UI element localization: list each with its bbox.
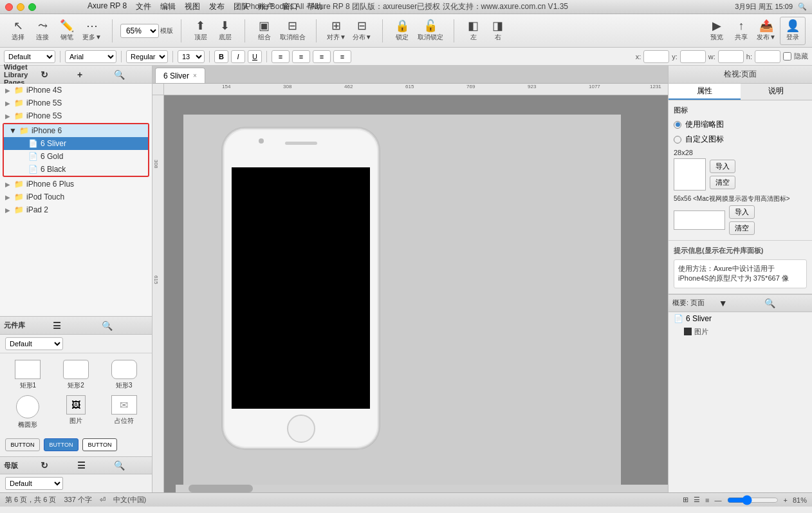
widget-lib-search-icon[interactable]: 🔍 xyxy=(114,70,148,80)
traffic-lights[interactable] xyxy=(5,3,36,11)
close-button[interactable] xyxy=(5,3,13,11)
minimize-button[interactable] xyxy=(17,3,24,11)
menu-file[interactable]: 文件 xyxy=(136,1,151,12)
underline-btn[interactable]: U xyxy=(248,50,262,63)
comp-item-ellipse[interactable]: 椭圆形 xyxy=(6,395,50,429)
ruler-vmark-615: 615 xyxy=(153,275,159,284)
tree-item-iphone5s2[interactable]: ▶ 📁 iPhone 5S xyxy=(0,109,152,122)
comp-item-rect3[interactable]: 矩形3 xyxy=(102,360,145,390)
active-tab[interactable]: 6 Sliver × xyxy=(155,68,205,83)
maximize-button[interactable] xyxy=(28,3,36,11)
radio-custom[interactable] xyxy=(674,136,681,144)
tab-close-icon[interactable]: × xyxy=(193,72,197,79)
x-input[interactable] xyxy=(643,50,669,63)
hide-checkbox[interactable] xyxy=(783,52,791,61)
tree-item-6gold[interactable]: 📄 6 Gold xyxy=(4,150,148,163)
bottom-layer-btn[interactable]: ⬇ 底层 xyxy=(214,19,237,43)
tree-item-iphone4s[interactable]: ▶ 📁 iPhone 4S xyxy=(0,84,152,97)
menu-view[interactable]: 视图 xyxy=(185,1,200,12)
import-56-btn[interactable]: 导入 xyxy=(729,205,755,219)
right-btn[interactable]: ◨ 右 xyxy=(486,19,510,43)
icon-option-thumbnail[interactable]: 使用缩略图 xyxy=(674,119,807,130)
zoom-plus-icon[interactable]: + xyxy=(784,496,788,504)
w-input[interactable] xyxy=(718,50,744,63)
tree-item-6sliver[interactable]: 📄 6 Sliver xyxy=(4,137,148,150)
left-btn[interactable]: ◧ 左 xyxy=(462,19,485,43)
notes-tab[interactable]: 说明 xyxy=(741,84,813,100)
zoom-slider[interactable] xyxy=(727,495,779,505)
align-btn[interactable]: ⊞ 对齐▼ xyxy=(324,19,349,43)
tree-item-iphone6[interactable]: ▼ 📁 iPhone 6 xyxy=(4,124,148,137)
clear-28-btn[interactable]: 清空 xyxy=(710,176,735,189)
top-layer-btn[interactable]: ⬆ 顶层 xyxy=(189,19,212,43)
btn-blue[interactable]: BUTTON xyxy=(44,438,78,451)
align-left-btn[interactable]: ≡ xyxy=(272,50,290,63)
align-center-btn[interactable]: ≡ xyxy=(292,50,310,63)
props-tab[interactable]: 属性 xyxy=(669,84,741,100)
master-bar-search-icon[interactable]: 🔍 xyxy=(114,460,148,471)
tree-item-iphone6plus[interactable]: ▶ 📁 iPhone 6 Plus xyxy=(0,178,152,191)
zoom-selector[interactable]: 65% 100% xyxy=(120,24,159,38)
status-icon-3[interactable]: ≡ xyxy=(705,496,709,504)
comp-lib-menu-icon[interactable]: ☰ xyxy=(53,321,99,331)
comp-item-image[interactable]: 🖼 图片 xyxy=(55,395,98,429)
group-btn[interactable]: ▣ 组合 xyxy=(253,19,276,43)
h-input[interactable] xyxy=(755,50,780,63)
select-tool[interactable]: ↖ 选择 xyxy=(6,19,30,43)
search-icon[interactable]: 🔍 xyxy=(798,3,807,11)
pen-tool[interactable]: ✏️ 钢笔 xyxy=(55,19,78,43)
word-wrap-icon[interactable]: ⏎ xyxy=(100,496,106,504)
widget-lib-add-icon[interactable]: + xyxy=(77,70,111,80)
style-selector[interactable]: Default xyxy=(4,50,55,63)
master-bar-icon1[interactable]: ↻ xyxy=(41,460,75,471)
clear-56-btn[interactable]: 清空 xyxy=(729,221,755,235)
preview-btn[interactable]: ▶ 预览 xyxy=(705,19,728,43)
menu-edit[interactable]: 编辑 xyxy=(160,1,176,12)
btn-outlined[interactable]: BUTTON xyxy=(82,438,117,451)
widget-lib-refresh-icon[interactable]: ↻ xyxy=(41,70,75,80)
comp-item-rect1[interactable]: 矩形1 xyxy=(6,360,50,390)
menu-publish[interactable]: 发布 xyxy=(209,1,225,12)
inspect-tab-label: 检视:页面 xyxy=(724,69,757,80)
font-weight-selector[interactable]: Regular xyxy=(126,50,168,63)
btn-default[interactable]: BUTTON xyxy=(5,438,40,451)
radio-thumbnail[interactable] xyxy=(674,121,681,129)
y-input[interactable] xyxy=(680,50,706,63)
zoom-minus-icon[interactable]: — xyxy=(715,496,722,504)
comp-style-selector[interactable]: Default xyxy=(5,337,63,350)
tree-item-6black[interactable]: 📄 6 Black xyxy=(4,163,148,176)
tree-item-ipodtouch[interactable]: ▶ 📁 iPod Touch xyxy=(0,191,152,203)
filter-icon[interactable]: ▼ xyxy=(719,298,762,308)
login-btn[interactable]: 👤 登录 xyxy=(780,17,806,45)
comp-item-placeholder[interactable]: ✉ 占位符 xyxy=(102,395,145,429)
scrollbar-thumb-h[interactable] xyxy=(189,485,253,492)
font-size-selector[interactable]: 13 xyxy=(178,50,205,63)
comp-item-rect2[interactable]: 矩形2 xyxy=(55,360,98,390)
master-style-selector[interactable]: Default xyxy=(5,477,63,490)
ungroup-btn[interactable]: ⊟ 取消组合 xyxy=(277,19,308,43)
import-28-btn[interactable]: 导入 xyxy=(710,160,735,173)
more-tool[interactable]: ⋯ 更多▼ xyxy=(80,19,104,43)
align-right-btn[interactable]: ≡ xyxy=(313,50,331,63)
distribute-btn[interactable]: ⊟ 分布▼ xyxy=(350,19,374,43)
tree-item-iphone5s1[interactable]: ▶ 📁 iPhone 5S xyxy=(0,97,152,109)
icon-option-custom[interactable]: 自定义图标 xyxy=(674,134,807,145)
icon-56-label: 56x56 <Mac视网膜显示器专用高清图标> xyxy=(674,194,807,203)
status-icon-1[interactable]: ⊞ xyxy=(683,496,688,504)
status-icon-2[interactable]: ☰ xyxy=(694,496,700,504)
master-bar-icon2[interactable]: ☰ xyxy=(77,460,111,471)
bold-btn[interactable]: B xyxy=(214,50,228,63)
align-justify-btn[interactable]: ≡ xyxy=(333,50,351,63)
italic-btn[interactable]: I xyxy=(231,50,245,63)
tree-item-ipad2[interactable]: ▶ 📁 iPad 2 xyxy=(0,203,152,216)
font-selector[interactable]: Arial xyxy=(65,50,116,63)
unlock-btn[interactable]: 🔓 取消锁定 xyxy=(415,19,446,43)
share-btn[interactable]: ↑ 共享 xyxy=(730,19,753,43)
toolbar-layer-group: ⬆ 顶层 ⬇ 底层 xyxy=(187,19,239,43)
connect-tool[interactable]: ⤳ 连接 xyxy=(31,19,54,43)
lock-btn[interactable]: 🔒 锁定 xyxy=(391,19,414,43)
scrollbar-horizontal[interactable] xyxy=(176,485,668,492)
publish-btn[interactable]: 📤 发布▼ xyxy=(754,19,779,43)
comp-lib-search-icon[interactable]: 🔍 xyxy=(102,321,148,331)
overview-search-icon[interactable]: 🔍 xyxy=(764,298,808,308)
